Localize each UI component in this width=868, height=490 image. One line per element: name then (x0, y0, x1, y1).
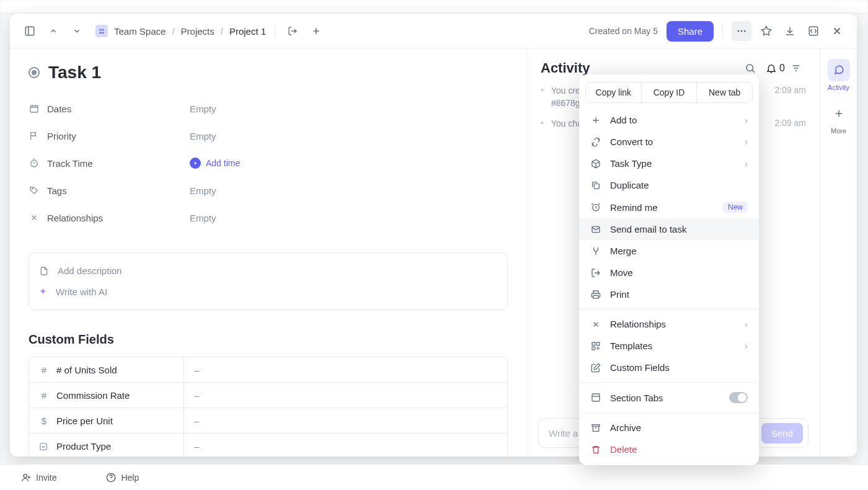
task-title[interactable]: Task 1 (48, 63, 101, 82)
breadcrumb-projects[interactable]: Projects (181, 26, 215, 37)
cube-icon (590, 159, 601, 169)
relationships-icon (590, 319, 601, 329)
menu-print[interactable]: Print (579, 283, 759, 305)
main-pane: Task 1 Dates Empty Priority Empty Track … (10, 49, 527, 457)
field-track-time[interactable]: Track Time Add time (29, 151, 508, 176)
menu-section-tabs[interactable]: Section Tabs (579, 386, 759, 409)
plus-icon (590, 115, 601, 125)
svg-rect-18 (592, 347, 595, 350)
menu-add-to[interactable]: Add to › (579, 109, 759, 131)
search-activity-icon[interactable] (745, 63, 760, 74)
field-dates[interactable]: Dates Empty (29, 96, 508, 121)
rail-more[interactable]: More (828, 102, 850, 135)
move-task-icon[interactable] (284, 22, 301, 40)
layout-icon (590, 393, 601, 403)
templates-icon (590, 341, 601, 351)
modal-header: Team Space / Projects / Project 1 Create… (10, 14, 857, 49)
toggle-sidebar-icon[interactable] (21, 22, 38, 40)
write-with-ai-button[interactable]: ✦ Write with AI (39, 281, 497, 302)
menu-move[interactable]: Move (579, 262, 759, 283)
help-button[interactable]: Help (106, 473, 139, 483)
custom-fields-title: Custom Fields (29, 332, 508, 347)
favorite-icon[interactable] (758, 22, 775, 40)
menu-send-email[interactable]: Send email to task (579, 218, 759, 240)
copy-link-tab[interactable]: Copy link (586, 82, 642, 102)
svg-point-1 (100, 29, 102, 31)
breadcrumb-project[interactable]: Project 1 (229, 26, 266, 37)
doc-icon (39, 266, 49, 276)
filter-icon[interactable] (791, 63, 806, 73)
section-tabs-toggle[interactable] (729, 392, 748, 403)
svg-rect-0 (25, 27, 34, 35)
more-actions-button[interactable] (732, 21, 751, 41)
archive-icon (590, 423, 601, 433)
menu-relationships[interactable]: Relationships › (579, 313, 759, 335)
menu-archive[interactable]: Archive (579, 417, 759, 439)
chevron-right-icon: › (745, 341, 748, 351)
convert-icon (590, 137, 601, 147)
stopwatch-icon (29, 158, 40, 168)
field-priority[interactable]: Priority Empty (29, 123, 508, 148)
tag-icon (29, 185, 40, 195)
table-row[interactable]: #Commission Rate – (29, 383, 507, 408)
alarm-icon (590, 202, 601, 212)
status-indicator[interactable] (29, 67, 40, 78)
chevron-right-icon: › (745, 136, 748, 147)
breadcrumb: Team Space / Projects / Project 1 (95, 22, 325, 40)
workspace-footer: Invite Help (0, 464, 868, 490)
download-icon[interactable] (781, 22, 799, 40)
share-button[interactable]: Share (666, 21, 714, 42)
add-time-button[interactable]: Add time (190, 158, 240, 169)
play-icon (190, 158, 201, 169)
add-description-button[interactable]: Add description (39, 261, 497, 281)
breadcrumb-space[interactable]: Team Space (114, 26, 166, 37)
field-relationships[interactable]: Relationships Empty (29, 205, 508, 230)
expand-icon[interactable] (805, 22, 822, 40)
svg-point-2 (102, 29, 104, 31)
table-row[interactable]: Product Type – (29, 434, 507, 457)
table-row[interactable]: ## of Units Sold – (29, 357, 507, 383)
sparkle-icon: ✦ (39, 286, 47, 297)
svg-point-8 (31, 160, 38, 167)
invite-button[interactable]: Invite (21, 473, 56, 483)
menu-convert-to[interactable]: Convert to › (579, 131, 759, 153)
chevron-right-icon: › (745, 158, 748, 169)
svg-point-9 (32, 189, 33, 189)
svg-rect-17 (596, 342, 600, 345)
flag-icon (29, 131, 40, 141)
trash-icon (590, 445, 601, 455)
svg-rect-12 (594, 184, 599, 189)
close-icon[interactable] (828, 22, 846, 40)
send-button[interactable]: Send (761, 423, 803, 443)
next-task-icon[interactable] (68, 22, 86, 40)
menu-delete[interactable]: Delete (579, 439, 759, 460)
prev-task-icon[interactable] (45, 22, 62, 40)
move-icon (590, 268, 601, 278)
menu-merge[interactable]: Merge (579, 240, 759, 262)
menu-custom-fields[interactable]: Custom Fields (579, 357, 759, 378)
svg-point-11 (746, 65, 753, 71)
menu-task-type[interactable]: Task Type › (579, 153, 759, 174)
mail-icon (590, 225, 601, 234)
svg-rect-19 (592, 394, 600, 401)
rail-activity[interactable]: Activity (828, 59, 850, 91)
svg-rect-7 (30, 105, 38, 112)
new-tab-tab[interactable]: New tab (697, 82, 752, 102)
relationships-icon (29, 213, 40, 223)
calendar-icon (29, 104, 40, 114)
notifications-count[interactable]: 0 (766, 63, 785, 74)
field-tags[interactable]: Tags Empty (29, 178, 508, 203)
menu-templates[interactable]: Templates › (579, 335, 759, 357)
table-row[interactable]: $Price per Unit – (29, 408, 507, 434)
edit-icon (590, 363, 601, 373)
add-subtask-icon[interactable] (308, 22, 325, 40)
menu-remind-me[interactable]: Remind me New (579, 196, 759, 218)
right-rail: Activity More (820, 49, 857, 457)
merge-icon (590, 246, 601, 256)
custom-fields-table: ## of Units Sold – #Commission Rate – $P… (29, 357, 508, 457)
copy-id-tab[interactable]: Copy ID (642, 82, 698, 102)
duplicate-icon (590, 180, 601, 190)
menu-duplicate[interactable]: Duplicate (579, 174, 759, 196)
svg-point-21 (24, 474, 27, 477)
svg-rect-20 (592, 424, 600, 426)
